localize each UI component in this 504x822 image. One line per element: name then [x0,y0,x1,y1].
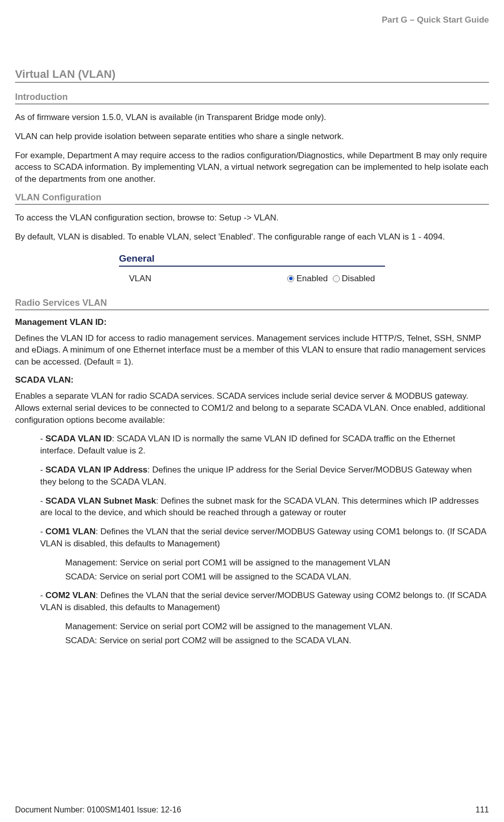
scada-com2-scada: SCADA: Service on serial port COM2 will … [65,635,489,647]
scada-bullet-ip: - SCADA VLAN IP Address: Defines the uni… [40,464,489,488]
scada-com2-mgmt: Management: Service on serial port COM2 … [65,621,489,633]
scada-bullet-id: - SCADA VLAN ID: SCADA VLAN ID is normal… [40,433,489,457]
vlan-disabled-radio[interactable] [333,275,340,282]
scada-bullet-com2: - COM2 VLAN: Defines the VLAN that the s… [40,590,489,614]
page-title: Virtual LAN (VLAN) [15,68,489,83]
mgmt-vlan-id-label: Management VLAN ID: [15,317,489,327]
scada-bullet-subnet: - SCADA VLAN Subnet Mask: Defines the su… [40,495,489,519]
page-footer: Document Number: 0100SM1401 Issue: 12-16… [15,805,489,814]
config-p1: To access the VLAN configuration section… [15,212,489,224]
scada-com1-scada: SCADA: Service on serial port COM1 will … [65,571,489,583]
config-p2: By default, VLAN is disabled. To enable … [15,231,489,243]
scada-vlan-body: Enables a separate VLAN for radio SCADA … [15,390,489,426]
vlan-disabled-label: Disabled [342,274,375,284]
section-introduction: Introduction [15,92,489,104]
section-radio-services-vlan: Radio Services VLAN [15,298,489,310]
page-header-part: Part G – Quick Start Guide [15,15,489,25]
intro-p3: For example, Department A may require ac… [15,150,489,185]
intro-p1: As of firmware version 1.5.0, VLAN is av… [15,111,489,124]
intro-p2: VLAN can help provide isolation between … [15,131,489,143]
vlan-enabled-label: Enabled [296,274,327,284]
mgmt-vlan-id-body: Defines the VLAN ID for access to radio … [15,332,489,368]
general-panel-title: General [119,253,385,267]
footer-docnum: Document Number: 0100SM1401 Issue: 12-16 [15,805,181,814]
section-vlan-config: VLAN Configuration [15,192,489,205]
scada-bullet-com1: - COM1 VLAN: Defines the VLAN that the s… [40,526,489,550]
vlan-enabled-radio[interactable] [287,275,294,282]
vlan-row-label: VLAN [129,274,151,284]
scada-com1-mgmt: Management: Service on serial port COM1 … [65,557,489,569]
footer-pagenum: 111 [475,805,489,814]
general-panel: General VLAN Enabled Disabled [15,253,489,286]
scada-vlan-label: SCADA VLAN: [15,375,489,385]
